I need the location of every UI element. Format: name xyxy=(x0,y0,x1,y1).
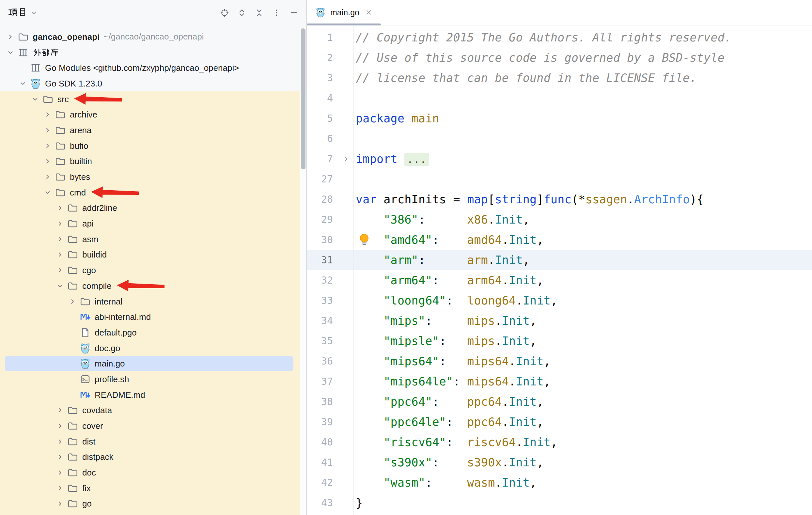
editor-body[interactable]: 1234567272829303132333435363738394041424… xyxy=(307,26,812,515)
tree-row-doc[interactable]: doc xyxy=(0,465,306,480)
project-panel-toolbar xyxy=(220,8,298,17)
tree-row-Go_Modules_github.com_zxyphp_gancao_openapi_[interactable]: Go Modules <github.com/zxyphp/gancao_ope… xyxy=(0,60,306,76)
tree-item-label: archive xyxy=(70,110,97,119)
chevron-right-icon[interactable] xyxy=(53,267,67,274)
code-line-29: "386": x86.Init, xyxy=(356,209,731,230)
tree-item-label: Go Modules <github.com/zxyphp/gancao_ope… xyxy=(45,64,239,72)
gopher-icon xyxy=(80,343,91,354)
tree-row-addr2line[interactable]: addr2line xyxy=(0,200,306,216)
tree-row-fix[interactable]: fix xyxy=(0,480,306,496)
chevron-right-icon[interactable] xyxy=(40,173,55,180)
code-line-30: "amd64": amd64.Init, xyxy=(356,230,731,250)
line-number: 35 xyxy=(307,331,333,351)
tree-row-covdata[interactable]: covdata xyxy=(0,403,306,419)
tree-row-profile.sh[interactable]: profile.sh xyxy=(0,371,306,387)
minus-icon[interactable] xyxy=(289,8,298,17)
line-number: 28 xyxy=(307,189,333,209)
cjk-glyph xyxy=(50,48,59,57)
chevron-right-icon[interactable] xyxy=(53,500,67,507)
code-line-33: "loong64": loong64.Init, xyxy=(356,290,731,311)
chevron-right-icon[interactable] xyxy=(53,438,67,445)
annotation-red-arrow-icon xyxy=(73,92,122,107)
lib-icon xyxy=(18,47,29,58)
kebab-menu-icon[interactable] xyxy=(272,8,281,17)
tree-row-builtin[interactable]: builtin xyxy=(0,154,306,169)
chevron-right-icon[interactable] xyxy=(3,33,18,40)
tree-item-label: asm xyxy=(82,235,98,244)
tree-row-gancao_openapi[interactable]: gancao_openapi~/gancao/gancao_openapi xyxy=(0,29,306,45)
chevron-right-icon[interactable] xyxy=(53,422,67,429)
tree-row-dist[interactable]: dist xyxy=(0,434,306,449)
target-icon[interactable] xyxy=(220,8,229,17)
folder-icon xyxy=(67,280,78,291)
chevron-down-icon[interactable] xyxy=(16,80,30,87)
tree-row-arena[interactable]: arena xyxy=(0,122,306,138)
chevron-down-icon[interactable] xyxy=(40,189,55,196)
chevron-right-icon[interactable] xyxy=(53,204,67,211)
tree-row-bufio[interactable]: bufio xyxy=(0,138,306,154)
chevron-right-icon[interactable] xyxy=(53,485,67,492)
line-number: 27 xyxy=(307,169,333,189)
line-number: 7 xyxy=(307,149,333,169)
folder-icon xyxy=(67,218,78,229)
tree-row-api[interactable]: api xyxy=(0,216,306,231)
tree-row-main.go[interactable]: main.go xyxy=(0,356,306,371)
tree-item-label: profile.sh xyxy=(95,375,129,383)
chevron-right-icon[interactable] xyxy=(40,158,55,165)
chevron-right-icon[interactable] xyxy=(53,469,67,476)
tree-item-label: dist xyxy=(82,437,95,446)
editor-gutter[interactable]: 1234567272829303132333435363738394041424… xyxy=(307,27,353,513)
folder-icon xyxy=(55,140,66,151)
tree-row-bytes[interactable]: bytes xyxy=(0,169,306,185)
tree-row-_[interactable] xyxy=(0,45,306,60)
chevron-right-icon[interactable] xyxy=(53,220,67,227)
project-panel-title[interactable] xyxy=(8,7,38,18)
chevron-right-icon[interactable] xyxy=(53,236,67,243)
chevron-down-icon[interactable] xyxy=(28,96,42,103)
chevron-right-icon[interactable] xyxy=(65,298,80,305)
gopher-icon xyxy=(80,358,91,369)
code-line-39: "ppc64le": ppc64.Init, xyxy=(356,412,731,432)
chevron-right-icon[interactable] xyxy=(53,407,67,414)
tree-row-Go_SDK_1.23.0[interactable]: Go SDK 1.23.0 xyxy=(0,76,306,91)
tree-row-cover[interactable]: cover xyxy=(0,418,306,434)
code-line-4 xyxy=(356,88,731,108)
close-tab-icon[interactable] xyxy=(365,9,372,16)
chevron-right-icon[interactable] xyxy=(40,142,55,149)
tree-row-cgo[interactable]: cgo xyxy=(0,262,306,278)
tree-row-archive[interactable]: archive xyxy=(0,107,306,122)
expand-all-icon[interactable] xyxy=(237,8,246,17)
tree-row-README.md[interactable]: README.md xyxy=(0,387,306,403)
folded-imports-placeholder[interactable]: ... xyxy=(404,153,429,166)
chevron-down-icon[interactable] xyxy=(53,282,67,289)
tab-main-go[interactable]: main.go xyxy=(307,0,381,25)
tree-row-src[interactable]: src xyxy=(0,91,306,107)
code-line-31: "arm": arm.Init, xyxy=(356,250,731,270)
folder-icon xyxy=(67,420,78,431)
tree-row-asm[interactable]: asm xyxy=(0,231,306,247)
fold-chevron-icon[interactable] xyxy=(341,149,352,169)
tree-row-go[interactable]: go xyxy=(0,496,306,512)
chevron-right-icon[interactable] xyxy=(53,251,67,258)
collapse-all-icon[interactable] xyxy=(255,8,264,17)
chevron-down-icon[interactable] xyxy=(3,49,18,56)
tree-row-doc.go[interactable]: doc.go xyxy=(0,340,306,356)
tree-row-buildid[interactable]: buildid xyxy=(0,247,306,263)
line-number: 33 xyxy=(307,290,333,311)
chevron-right-icon[interactable] xyxy=(40,126,55,134)
tree-row-default.pgo[interactable]: default.pgo xyxy=(0,325,306,340)
chevron-right-icon[interactable] xyxy=(40,111,55,118)
line-number: 36 xyxy=(307,351,333,371)
chevron-right-icon[interactable] xyxy=(53,453,67,460)
editor-tab-bar: main.go xyxy=(307,0,812,25)
md-icon xyxy=(80,311,91,322)
tree-scrollbar-thumb[interactable] xyxy=(301,28,306,169)
tree-row-distpack[interactable]: distpack xyxy=(0,449,306,465)
tree-row-internal[interactable]: internal xyxy=(0,294,306,309)
code-line-32: "arm64": arm64.Init, xyxy=(356,270,731,290)
panel-title-text xyxy=(8,7,27,18)
tree-row-compile[interactable]: compile xyxy=(0,278,306,294)
intention-bulb-icon[interactable] xyxy=(358,233,370,247)
tree-row-cmd[interactable]: cmd xyxy=(0,185,306,200)
tree-row-abi-internal.md[interactable]: abi-internal.md xyxy=(0,309,306,325)
